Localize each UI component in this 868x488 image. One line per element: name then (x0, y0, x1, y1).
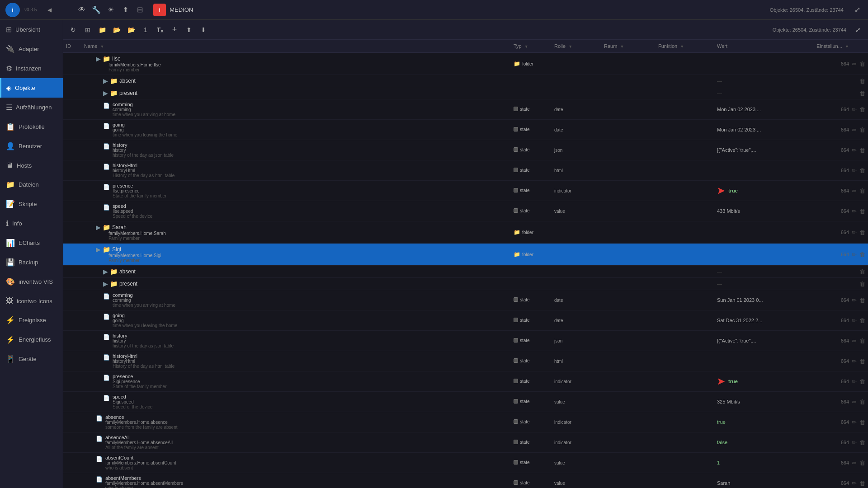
delete-icon[interactable]: 🗑 (859, 480, 865, 487)
delete-icon[interactable]: 🗑 (859, 78, 865, 84)
delete-icon[interactable]: 🗑 (859, 399, 865, 405)
sidebar-item-energiefluss[interactable]: ⚡ Energiefluss (0, 330, 63, 349)
delete-icon[interactable]: 🗑 (859, 90, 865, 97)
delete-icon[interactable]: 🗑 (859, 61, 865, 67)
upload-button[interactable]: ⬆ (183, 23, 195, 36)
edit-icon[interactable]: ✏ (852, 188, 857, 194)
edit-icon[interactable]: ✏ (852, 106, 857, 113)
table-row[interactable]: ▶ 📁 present — 🗑 (63, 87, 868, 99)
number-button[interactable]: 1 (139, 23, 152, 36)
edit-icon[interactable]: ✏ (852, 208, 857, 215)
table-row[interactable]: 📄 going going time when you leaving the … (63, 310, 868, 331)
table-row[interactable]: 📄 speed Ilse.speed Speed of the device s… (63, 201, 868, 221)
delete-icon[interactable]: 🗑 (859, 268, 865, 275)
sidebar-item-ereignisse[interactable]: ⚡ Ereignisse (0, 310, 63, 330)
edit-icon[interactable]: ✏ (852, 167, 857, 174)
table-row[interactable]: 📄 historyHtml historyHtml History of the… (63, 351, 868, 371)
delete-icon[interactable]: 🗑 (859, 378, 865, 385)
edit-icon[interactable]: ✏ (852, 251, 857, 258)
col-id[interactable]: ID (63, 40, 81, 53)
edit-icon[interactable]: ✏ (852, 439, 857, 446)
text-format-button[interactable]: Tₓ (154, 23, 166, 36)
delete-icon[interactable]: 🗑 (859, 251, 865, 258)
table-row[interactable]: 📄 presence Sigi.presence State of the fa… (63, 371, 868, 392)
edit-icon[interactable]: ✏ (852, 419, 857, 426)
col-name[interactable]: Name ▼ (81, 40, 511, 53)
edit-icon[interactable]: ✏ (852, 378, 857, 385)
add-object-button[interactable]: + (168, 23, 181, 36)
delete-icon[interactable]: 🗑 (859, 419, 865, 426)
table-row[interactable]: 📄 absenceAll familyMembers.Home.absenceA… (63, 432, 868, 453)
edit-icon[interactable]: ✏ (852, 229, 857, 236)
wrench-icon[interactable]: 🔧 (91, 5, 102, 15)
table-row[interactable]: 📄 comming comming time when you arriving… (63, 99, 868, 120)
fullscreen-button[interactable]: ⤢ (852, 23, 864, 36)
sidebar-item-backup[interactable]: 💾 Backup (0, 253, 63, 272)
edit-icon[interactable]: ✏ (852, 358, 857, 365)
table-row[interactable]: 📄 absence familyMembers.Home.absence som… (63, 412, 868, 432)
delete-icon[interactable]: 🗑 (859, 167, 865, 174)
delete-icon[interactable]: 🗑 (859, 127, 865, 133)
sidebar-item-aufzaehlungen[interactable]: ☰ Aufzählungen (0, 98, 63, 117)
delete-icon[interactable]: 🗑 (859, 208, 865, 215)
table-row[interactable]: ▶ 📁 absent — 🗑 (63, 266, 868, 278)
folder-add-button[interactable]: 📂 (125, 23, 137, 36)
sidebar-item-info[interactable]: ℹ Info (0, 214, 63, 233)
delete-icon[interactable]: 🗑 (859, 281, 865, 287)
delete-icon[interactable]: 🗑 (859, 229, 865, 236)
col-raum[interactable]: Raum ▼ (601, 40, 656, 53)
sidebar-item-icontwo[interactable]: 🖼 icontwo Icons (0, 291, 63, 310)
table-row[interactable]: 📄 speed Sigi.speed Speed of the device s… (63, 392, 868, 412)
delete-icon[interactable]: 🗑 (859, 317, 865, 324)
sidebar-collapse-button[interactable]: ◀ (45, 5, 54, 14)
sidebar-item-instanzen[interactable]: ⚙ Instanzen (0, 59, 63, 78)
sidebar-item-benutzer[interactable]: 👤 Benutzer (0, 136, 63, 156)
table-row[interactable]: ▶ 📁 Ilse familyMembers.Home.Ilse Family … (63, 53, 868, 75)
grid-off-icon[interactable]: ⊟ (134, 5, 145, 15)
table-row[interactable]: 📄 absentMembers familyMembers.Home.absen… (63, 473, 868, 488)
table-row[interactable]: 📄 going going time when you leaving the … (63, 120, 868, 140)
table-row[interactable]: ▶ 📁 Sarah familyMembers.Home.Sarah Famil… (63, 221, 868, 244)
delete-icon[interactable]: 🗑 (859, 460, 865, 466)
table-row[interactable]: ▶ 📁 Sigi familyMembers.Home.Sigi Family … (63, 244, 868, 266)
download-button[interactable]: ⬇ (197, 23, 210, 36)
arrow-up-icon[interactable]: ⬆ (120, 5, 131, 15)
sidebar-item-echarts[interactable]: 📊 ECharts (0, 233, 63, 253)
sidebar-item-adapter[interactable]: 🔌 Adapter (0, 39, 63, 59)
view-list-button[interactable]: ⊞ (81, 23, 94, 36)
folder-button[interactable]: 📁 (96, 23, 108, 36)
col-funktion[interactable]: Funktion ▼ (656, 40, 714, 53)
table-row[interactable]: 📄 presence Ilse.presence State of the fa… (63, 181, 868, 201)
col-einst[interactable]: Einstellun... ▼ (814, 40, 868, 53)
table-row[interactable]: 📄 absentCount familyMembers.Home.absentC… (63, 453, 868, 473)
table-row[interactable]: ▶ 📁 present — 🗑 (63, 278, 868, 290)
col-rolle[interactable]: Rolle ▼ (552, 40, 601, 53)
delete-icon[interactable]: 🗑 (859, 358, 865, 365)
edit-icon[interactable]: ✏ (852, 127, 857, 133)
delete-icon[interactable]: 🗑 (859, 297, 865, 304)
edit-icon[interactable]: ✏ (852, 317, 857, 324)
edit-icon[interactable]: ✏ (852, 297, 857, 304)
edit-icon[interactable]: ✏ (852, 338, 857, 344)
sidebar-item-hosts[interactable]: 🖥 Hosts (0, 156, 63, 175)
table-row[interactable]: 📄 history history history of the day as … (63, 331, 868, 351)
table-row[interactable]: 📄 history history history of the day as … (63, 140, 868, 160)
edit-icon[interactable]: ✏ (852, 399, 857, 405)
delete-icon[interactable]: 🗑 (859, 188, 865, 194)
objects-table-container[interactable]: ID Name ▼ Typ ▼ Rolle ▼ Raum ▼ (63, 40, 868, 488)
eye-icon[interactable]: 👁 (76, 5, 87, 15)
table-row[interactable]: ▶ 📁 absent — 🗑 (63, 75, 868, 87)
edit-icon[interactable]: ✏ (852, 480, 857, 487)
sidebar-item-dateien[interactable]: 📁 Dateien (0, 175, 63, 194)
delete-icon[interactable]: 🗑 (859, 147, 865, 154)
sidebar-item-inventwo[interactable]: 🎨 inventwo VIS (0, 272, 63, 291)
sidebar-item-skripte[interactable]: 📝 Skripte (0, 194, 63, 214)
edit-icon[interactable]: ✏ (852, 61, 857, 67)
table-row[interactable]: 📄 historyHtml historyHtml History of the… (63, 160, 868, 181)
sidebar-item-geraete[interactable]: 📱 Geräte (0, 349, 63, 369)
sidebar-item-protokolle[interactable]: 📋 Protokolle (0, 117, 63, 136)
delete-icon[interactable]: 🗑 (859, 439, 865, 446)
sidebar-item-uebersicht[interactable]: ⊞ Übersicht (0, 20, 63, 39)
table-row[interactable]: 📄 comming comming time when you arriving… (63, 290, 868, 310)
sun-icon[interactable]: ☀ (105, 5, 116, 15)
